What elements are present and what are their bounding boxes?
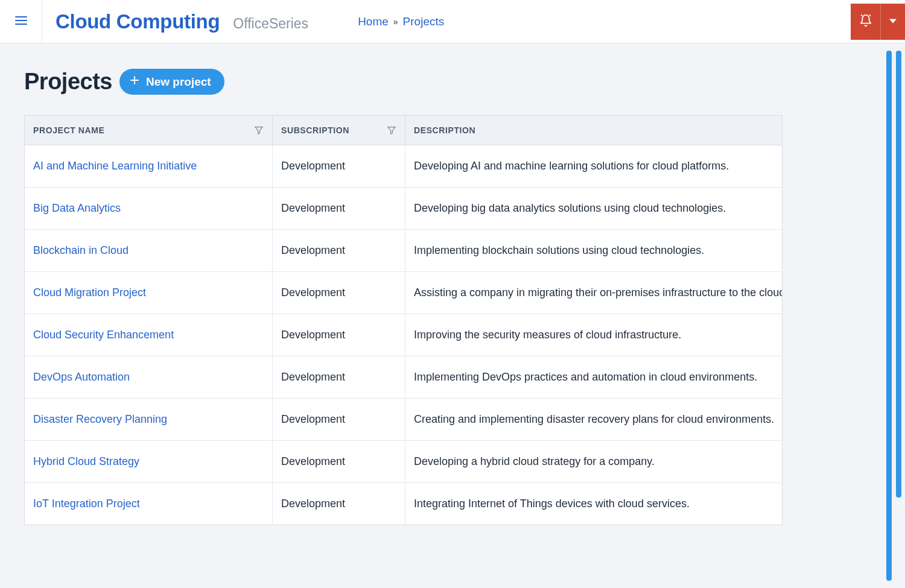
new-project-label: New project: [146, 75, 211, 89]
col-header-label: Subscription: [281, 125, 349, 135]
brand-block: Cloud Computing OfficeSeries: [42, 10, 308, 33]
cell-description: Integrating Internet of Things devices w…: [405, 482, 782, 525]
col-header-project-name[interactable]: Project Name: [25, 116, 272, 145]
col-header-label: Description: [414, 125, 475, 135]
table-row: Cloud Security EnhancementDevelopmentImp…: [25, 314, 782, 356]
hamburger-icon: [14, 13, 28, 30]
col-header-label: Project Name: [33, 125, 104, 135]
project-link[interactable]: Big Data Analytics: [33, 202, 121, 214]
cell-project-name: Hybrid Cloud Strategy: [25, 440, 272, 482]
breadcrumb-home[interactable]: Home: [358, 15, 389, 28]
cell-subscription: Development: [272, 314, 405, 356]
cell-description: Creating and implementing disaster recov…: [405, 398, 782, 440]
page-title: Projects: [24, 69, 112, 95]
table-row: AI and Machine Learning InitiativeDevelo…: [25, 145, 782, 187]
cell-subscription: Development: [272, 482, 405, 525]
cell-project-name: IoT Integration Project: [25, 482, 272, 525]
cell-subscription: Development: [272, 145, 405, 187]
col-header-subscription[interactable]: Subscription: [272, 116, 405, 145]
col-header-description[interactable]: Description: [405, 116, 782, 145]
brand-subtitle: OfficeSeries: [233, 16, 308, 32]
cell-description: Improving the security measures of cloud…: [405, 314, 782, 356]
cell-description: Implementing DevOps practices and automa…: [405, 356, 782, 398]
table-row: DevOps AutomationDevelopmentImplementing…: [25, 356, 782, 398]
caret-down-icon: [889, 16, 897, 27]
cell-subscription: Development: [272, 440, 405, 482]
topbar-right: [851, 4, 905, 40]
table-row: Blockchain in CloudDevelopmentImplementi…: [25, 229, 782, 271]
plus-icon: [129, 75, 140, 89]
table-row: Cloud Migration ProjectDevelopmentAssist…: [25, 271, 782, 314]
table-row: Hybrid Cloud StrategyDevelopmentDevelopi…: [25, 440, 782, 482]
scrollbar-thumb[interactable]: [886, 51, 892, 581]
breadcrumb-separator: »: [393, 17, 398, 27]
cell-description: Implementing blockchain solutions using …: [405, 229, 782, 271]
cell-subscription: Development: [272, 187, 405, 229]
cell-project-name: Blockchain in Cloud: [25, 229, 272, 271]
scrollbar-thumb[interactable]: [896, 51, 901, 498]
cell-project-name: DevOps Automation: [25, 356, 272, 398]
project-link[interactable]: Hybrid Cloud Strategy: [33, 455, 139, 467]
cell-project-name: Big Data Analytics: [25, 187, 272, 229]
page-head: Projects New project: [24, 69, 881, 95]
notifications-dropdown-toggle[interactable]: [881, 4, 905, 40]
notifications-button[interactable]: [851, 4, 881, 40]
cell-subscription: Development: [272, 398, 405, 440]
cell-project-name: Cloud Security Enhancement: [25, 314, 272, 356]
cell-description: Developing a hybrid cloud strategy for a…: [405, 440, 782, 482]
project-link[interactable]: Disaster Recovery Planning: [33, 413, 167, 425]
breadcrumb-current[interactable]: Projects: [403, 15, 445, 28]
hamburger-wrap: [0, 0, 42, 43]
brand-title[interactable]: Cloud Computing: [56, 10, 220, 33]
breadcrumb: Home » Projects: [358, 15, 444, 28]
table-row: IoT Integration ProjectDevelopmentIntegr…: [25, 482, 782, 525]
cell-project-name: Disaster Recovery Planning: [25, 398, 272, 440]
project-link[interactable]: Blockchain in Cloud: [33, 244, 129, 256]
filter-icon[interactable]: [254, 125, 264, 135]
cell-project-name: AI and Machine Learning Initiative: [25, 145, 272, 187]
project-link[interactable]: Cloud Migration Project: [33, 286, 146, 299]
menu-toggle-button[interactable]: [10, 11, 32, 33]
project-link[interactable]: IoT Integration Project: [33, 498, 140, 510]
cell-subscription: Development: [272, 356, 405, 398]
cell-subscription: Development: [272, 229, 405, 271]
table-header-row: Project Name Subscription: [25, 116, 782, 145]
cell-project-name: Cloud Migration Project: [25, 271, 272, 314]
table-row: Disaster Recovery PlanningDevelopmentCre…: [25, 398, 782, 440]
new-project-button[interactable]: New project: [119, 69, 224, 95]
filter-icon[interactable]: [387, 125, 396, 135]
project-link[interactable]: AI and Machine Learning Initiative: [33, 160, 197, 172]
project-link[interactable]: Cloud Security Enhancement: [33, 329, 174, 341]
table-row: Big Data AnalyticsDevelopmentDeveloping …: [25, 187, 782, 229]
cell-description: Developing AI and machine learning solut…: [405, 145, 782, 187]
topbar: Cloud Computing OfficeSeries Home » Proj…: [0, 0, 905, 43]
bell-icon: [859, 14, 872, 30]
project-link[interactable]: DevOps Automation: [33, 371, 130, 383]
projects-table: Project Name Subscription: [24, 115, 783, 525]
cell-description: Assisting a company in migrating their o…: [405, 271, 782, 314]
cell-description: Developing big data analytics solutions …: [405, 187, 782, 229]
content-area: Projects New project Project Name: [0, 43, 905, 588]
cell-subscription: Development: [272, 271, 405, 314]
